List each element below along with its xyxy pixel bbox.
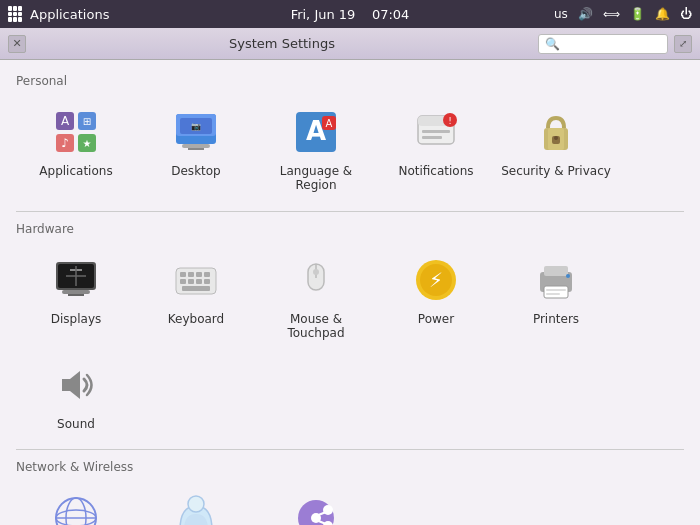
settings-item-sound[interactable]: Sound xyxy=(16,349,136,439)
svg-text:⊞: ⊞ xyxy=(83,116,91,127)
svg-rect-39 xyxy=(204,272,210,277)
applications-icon-area: A ⊞ ♪ ★ xyxy=(48,104,104,160)
svg-point-27 xyxy=(554,136,558,140)
volume-icon[interactable]: 🔊 xyxy=(578,7,593,21)
window-title: System Settings xyxy=(26,36,538,51)
svg-text:A: A xyxy=(61,114,70,128)
expand-button[interactable]: ⤢ xyxy=(674,35,692,53)
svg-text:A: A xyxy=(326,118,333,129)
language-region-label: Language & Region xyxy=(260,164,372,193)
svg-text:★: ★ xyxy=(83,138,92,149)
app-grid-icon[interactable] xyxy=(8,6,24,22)
online-accounts-icon-area xyxy=(168,490,224,525)
sound-label: Sound xyxy=(57,417,95,431)
section-hardware: Hardware Displays xyxy=(16,222,684,439)
hardware-icons-row: Displays xyxy=(16,244,684,439)
svg-rect-38 xyxy=(196,272,202,277)
section-personal: Personal A ⊞ ♪ ★ Applications xyxy=(16,74,684,201)
svg-rect-41 xyxy=(188,279,194,284)
app-name: Applications xyxy=(30,7,109,22)
sharing-icon-area xyxy=(288,490,344,525)
settings-item-notifications[interactable]: ! Notifications xyxy=(376,96,496,201)
search-box[interactable]: 🔍 xyxy=(538,34,668,54)
language-icon-area: A A xyxy=(288,104,344,160)
close-button[interactable]: ✕ xyxy=(8,35,26,53)
section-label-network: Network & Wireless xyxy=(16,460,684,474)
displays-icon-area xyxy=(48,252,104,308)
sound-icon-area xyxy=(48,357,104,413)
settings-item-displays[interactable]: Displays xyxy=(16,244,136,349)
svg-text:⚡: ⚡ xyxy=(429,268,443,292)
settings-item-sharing[interactable]: Sharing xyxy=(256,482,376,525)
search-icon: 🔍 xyxy=(545,37,560,51)
svg-point-62 xyxy=(188,496,204,512)
svg-rect-53 xyxy=(544,286,568,298)
printers-label: Printers xyxy=(533,312,579,326)
connection-icon: ⟺ xyxy=(603,7,620,21)
settings-item-desktop[interactable]: 📷 Desktop xyxy=(136,96,256,201)
divider-hardware-network xyxy=(16,449,684,450)
svg-rect-11 xyxy=(182,144,210,148)
svg-point-47 xyxy=(313,269,319,275)
main-content: Personal A ⊞ ♪ ★ Applications xyxy=(0,60,700,525)
svg-rect-44 xyxy=(182,286,210,291)
mouse-icon-area xyxy=(288,252,344,308)
printers-icon-area xyxy=(528,252,584,308)
network-icons-row: Network Online Accounts xyxy=(16,482,684,525)
svg-text:♪: ♪ xyxy=(61,136,69,150)
power-icon[interactable]: ⏻ xyxy=(680,7,692,21)
section-label-personal: Personal xyxy=(16,74,684,88)
svg-rect-55 xyxy=(546,293,560,295)
section-label-hardware: Hardware xyxy=(16,222,684,236)
svg-rect-37 xyxy=(188,272,194,277)
desktop-icon-area: 📷 xyxy=(168,104,224,160)
security-privacy-label: Security & Privacy xyxy=(501,164,611,178)
settings-item-security-privacy[interactable]: Security & Privacy xyxy=(496,96,616,201)
svg-rect-54 xyxy=(546,289,566,291)
settings-item-printers[interactable]: Printers xyxy=(496,244,616,349)
settings-item-mouse-touchpad[interactable]: Mouse & Touchpad xyxy=(256,244,376,349)
settings-item-applications[interactable]: A ⊞ ♪ ★ Applications xyxy=(16,96,136,201)
svg-rect-40 xyxy=(180,279,186,284)
keyboard-label: Keyboard xyxy=(168,312,224,326)
network-icon-area xyxy=(48,490,104,525)
power-label: Power xyxy=(418,312,454,326)
svg-rect-42 xyxy=(196,279,202,284)
date: Fri, Jun 19 xyxy=(291,7,356,22)
svg-rect-21 xyxy=(422,136,442,139)
keyboard-icon-area xyxy=(168,252,224,308)
time: 07:04 xyxy=(372,7,409,22)
battery-icon: 🔋 xyxy=(630,7,645,21)
svg-marker-57 xyxy=(62,371,80,399)
section-network-wireless: Network & Wireless Network xyxy=(16,460,684,525)
settings-item-network[interactable]: Network xyxy=(16,482,136,525)
notifications-label: Notifications xyxy=(398,164,473,178)
svg-text:!: ! xyxy=(448,116,452,126)
svg-rect-31 xyxy=(62,290,90,294)
keyboard-layout[interactable]: us xyxy=(554,7,568,21)
svg-rect-43 xyxy=(204,279,210,284)
system-bar: Applications Fri, Jun 19 07:04 us 🔊 ⟺ 🔋 … xyxy=(0,0,700,28)
system-bar-left: Applications xyxy=(8,6,109,22)
personal-icons-row: A ⊞ ♪ ★ Applications xyxy=(16,96,684,201)
settings-item-power[interactable]: ⚡ Power xyxy=(376,244,496,349)
notification-icon[interactable]: 🔔 xyxy=(655,7,670,21)
notifications-icon-area: ! xyxy=(408,104,464,160)
svg-point-59 xyxy=(66,498,86,525)
system-bar-right: us 🔊 ⟺ 🔋 🔔 ⏻ xyxy=(554,7,692,21)
applications-label: Applications xyxy=(39,164,112,178)
power-icon-area: ⚡ xyxy=(408,252,464,308)
svg-rect-20 xyxy=(422,130,450,133)
divider-personal-hardware xyxy=(16,211,684,212)
window-bar: ✕ System Settings 🔍 ⤢ xyxy=(0,28,700,60)
svg-point-56 xyxy=(566,274,570,278)
settings-item-online-accounts[interactable]: Online Accounts xyxy=(136,482,256,525)
search-input[interactable] xyxy=(564,37,661,51)
mouse-touchpad-label: Mouse & Touchpad xyxy=(260,312,372,341)
svg-text:📷: 📷 xyxy=(191,121,201,131)
desktop-label: Desktop xyxy=(171,164,221,178)
settings-item-language-region[interactable]: A A Language & Region xyxy=(256,96,376,201)
svg-rect-36 xyxy=(180,272,186,277)
system-bar-center: Fri, Jun 19 07:04 xyxy=(291,7,410,22)
settings-item-keyboard[interactable]: Keyboard xyxy=(136,244,256,349)
